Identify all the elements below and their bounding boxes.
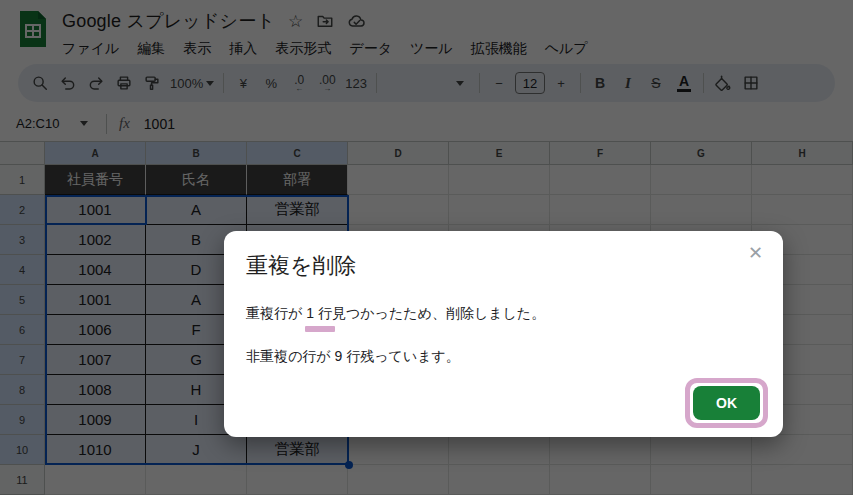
- dialog-message-1: 重複行が 1 行見つかったため、削除しました。: [246, 305, 761, 323]
- highlighted-count: 1 行: [306, 305, 332, 323]
- dialog-message-2: 非重複の行が 9 行残っています。: [246, 348, 761, 366]
- close-icon[interactable]: ✕: [748, 244, 763, 262]
- ok-button-highlight: OK: [685, 378, 768, 428]
- remove-duplicates-dialog: 重複を削除 ✕ 重複行が 1 行見つかったため、削除しました。 非重複の行が 9…: [224, 231, 783, 437]
- ok-button[interactable]: OK: [693, 386, 760, 420]
- dialog-title: 重複を削除: [246, 251, 761, 281]
